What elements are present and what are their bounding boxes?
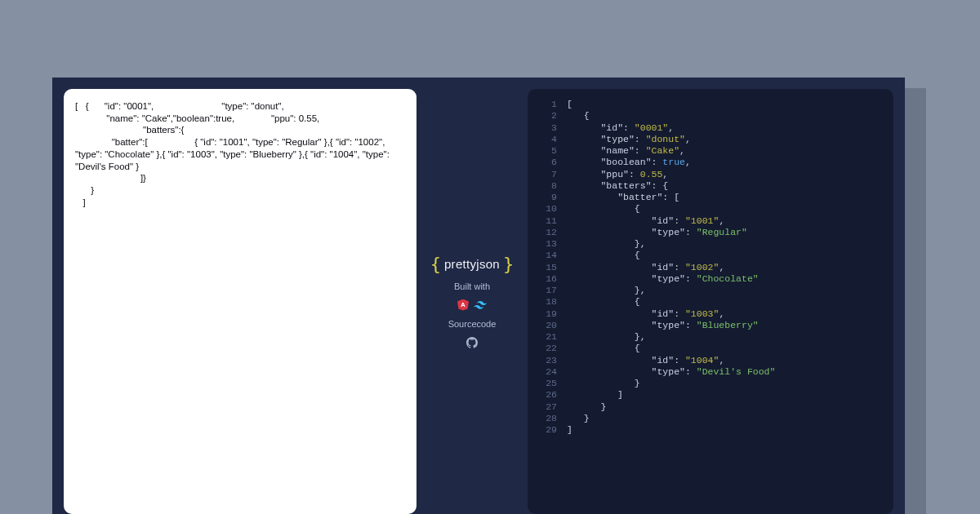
json-input-pane[interactable]: [ { "id": "0001", "type": "donut", "name…: [64, 89, 416, 514]
code-line: 14 {: [536, 250, 882, 261]
line-number: 10: [536, 203, 557, 215]
code-content: {: [567, 296, 640, 308]
code-content: "name": "Cake",: [567, 145, 685, 157]
code-content: "batters": {: [567, 180, 668, 192]
angular-icon[interactable]: [457, 299, 469, 311]
line-number: 21: [536, 331, 557, 343]
code-line: 8 "batters": {: [536, 180, 882, 192]
line-number: 11: [536, 215, 557, 227]
code-content: },: [567, 331, 646, 343]
code-content: ]: [567, 424, 572, 436]
code-line: 21 },: [536, 331, 882, 343]
code-content: "batter": [: [567, 192, 679, 203]
brace-left-icon: {: [430, 255, 441, 273]
code-content: "type": "Blueberry": [567, 320, 759, 331]
line-number: 23: [536, 355, 557, 366]
code-line: 18 {: [536, 296, 882, 308]
code-line: 4 "type": "donut",: [536, 134, 882, 145]
code-line: 15 "id": "1002",: [536, 262, 882, 273]
brace-right-icon: }: [503, 255, 514, 273]
line-number: 8: [536, 180, 557, 192]
code-line: 9 "batter": [: [536, 192, 882, 203]
code-content: "id": "1002",: [567, 262, 724, 273]
code-line: 17 },: [536, 285, 882, 296]
code-line: 10 {: [536, 203, 882, 215]
code-content: {: [567, 250, 640, 261]
code-content: }: [567, 378, 640, 389]
line-number: 18: [536, 296, 557, 308]
line-number: 25: [536, 378, 557, 389]
code-content: }: [567, 413, 590, 424]
line-number: 27: [536, 401, 557, 413]
center-column: { prettyjson } Built with Sourcecode: [428, 89, 516, 514]
code-content: {: [567, 110, 590, 122]
app-logo-text: prettyjson: [444, 257, 500, 271]
code-line: 22 {: [536, 343, 882, 354]
sourcecode-label: Sourcecode: [448, 319, 497, 329]
code-line: 12 "type": "Regular": [536, 227, 882, 238]
code-line: 27 }: [536, 401, 882, 413]
github-icon[interactable]: [466, 337, 478, 348]
line-number: 22: [536, 343, 557, 354]
line-number: 9: [536, 192, 557, 203]
line-number: 14: [536, 250, 557, 261]
code-line: 28 }: [536, 413, 882, 424]
line-number: 5: [536, 145, 557, 157]
code-line: 1[: [536, 99, 882, 110]
line-number: 24: [536, 366, 557, 378]
code-content: "type": "Chocolate": [567, 273, 759, 285]
code-content: },: [567, 238, 646, 250]
built-with-label: Built with: [454, 281, 490, 291]
code-content: }: [567, 401, 606, 413]
code-line: 29]: [536, 424, 882, 436]
code-line: 26 ]: [536, 389, 882, 401]
line-number: 29: [536, 424, 557, 436]
line-number: 13: [536, 238, 557, 250]
code-content: "id": "1003",: [567, 308, 724, 320]
code-content: "type": "donut",: [567, 134, 691, 145]
code-content: ]: [567, 389, 623, 401]
code-content: "ppu": 0.55,: [567, 169, 668, 180]
code-content: "type": "Regular": [567, 227, 747, 238]
line-number: 3: [536, 122, 557, 134]
line-number: 20: [536, 320, 557, 331]
code-line: 23 "id": "1004",: [536, 355, 882, 366]
code-line: 3 "id": "0001",: [536, 122, 882, 134]
code-line: 16 "type": "Chocolate": [536, 273, 882, 285]
code-line: 5 "name": "Cake",: [536, 145, 882, 157]
line-number: 6: [536, 157, 557, 168]
code-content: "id": "1001",: [567, 215, 724, 227]
line-number: 12: [536, 227, 557, 238]
tech-badges: [457, 299, 487, 311]
code-line: 2 {: [536, 110, 882, 122]
line-number: 2: [536, 110, 557, 122]
line-number: 16: [536, 273, 557, 285]
code-content: "id": "1004",: [567, 355, 724, 366]
code-content: },: [567, 285, 646, 296]
line-number: 26: [536, 389, 557, 401]
code-content: "type": "Devil's Food": [567, 366, 775, 378]
code-content: "id": "0001",: [567, 122, 674, 134]
code-line: 24 "type": "Devil's Food": [536, 366, 882, 378]
code-line: 19 "id": "1003",: [536, 308, 882, 320]
code-content: {: [567, 343, 640, 354]
line-number: 28: [536, 413, 557, 424]
code-line: 6 "boolean": true,: [536, 157, 882, 168]
json-output-pane: 1[2 {3 "id": "0001",4 "type": "donut",5 …: [528, 89, 893, 514]
line-number: 17: [536, 285, 557, 296]
code-content: "boolean": true,: [567, 157, 691, 168]
tailwind-icon[interactable]: [474, 301, 487, 309]
code-content: {: [567, 203, 640, 215]
code-line: 11 "id": "1001",: [536, 215, 882, 227]
code-line: 7 "ppu": 0.55,: [536, 169, 882, 180]
code-line: 20 "type": "Blueberry": [536, 320, 882, 331]
app-frame: [ { "id": "0001", "type": "donut", "name…: [52, 78, 905, 514]
line-number: 15: [536, 262, 557, 273]
line-number: 19: [536, 308, 557, 320]
line-number: 4: [536, 134, 557, 145]
code-content: [: [567, 99, 572, 110]
app-logo: { prettyjson }: [430, 255, 514, 273]
line-number: 7: [536, 169, 557, 180]
code-line: 25 }: [536, 378, 882, 389]
line-number: 1: [536, 99, 557, 110]
